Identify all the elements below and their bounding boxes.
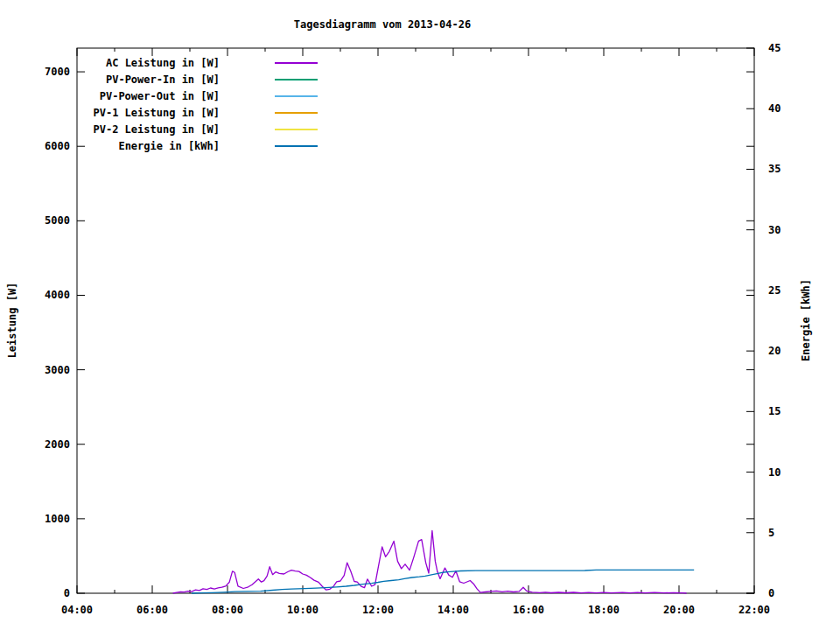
legend-line-sample — [275, 79, 318, 80]
legend-label: PV-1 Leistung in [W] — [52, 106, 220, 120]
legend-label: PV-2 Leistung in [W] — [52, 122, 220, 136]
y-left-tick-label: 2000 — [0, 438, 70, 452]
x-tick-label: 16:00 — [502, 603, 555, 617]
legend-line-sample — [275, 95, 318, 97]
x-tick-label: 12:00 — [352, 603, 404, 617]
x-tick-label: 08:00 — [201, 603, 254, 617]
x-tick-label: 04:00 — [51, 603, 103, 617]
legend-line-sample — [275, 145, 318, 147]
legend-label: PV-Power-Out in [W] — [52, 89, 220, 103]
y-right-tick-label: 10 — [768, 466, 830, 480]
x-tick-label: 06:00 — [126, 603, 178, 617]
legend-line-sample — [275, 62, 318, 64]
series-curve-0 — [173, 531, 687, 594]
x-tick-label: 22:00 — [728, 603, 780, 617]
y-right-tick-label: 15 — [768, 404, 830, 418]
x-tick-label: 10:00 — [276, 603, 329, 617]
legend-label: Energie in [kWh] — [52, 139, 220, 153]
y-right-tick-label: 25 — [768, 284, 830, 298]
legend-label: AC Leistung in [W] — [52, 56, 220, 70]
x-tick-label: 14:00 — [427, 603, 480, 617]
y-right-tick-label: 35 — [768, 162, 830, 176]
legend-line-sample — [275, 129, 318, 130]
y-right-tick-label: 0 — [768, 586, 830, 600]
y-right-tick-label: 20 — [768, 344, 830, 358]
y-right-tick-label: 40 — [768, 102, 830, 116]
x-tick-label: 18:00 — [578, 603, 630, 617]
chart: Tagesdiagramm vom 2013-04-26 Leistung [W… — [0, 0, 840, 630]
x-tick-label: 20:00 — [653, 603, 705, 617]
y-right-tick-label: 45 — [768, 41, 830, 55]
y-right-tick-label: 5 — [768, 526, 830, 540]
y-left-tick-label: 0 — [0, 586, 70, 600]
y-left-tick-label: 1000 — [0, 512, 70, 526]
y-left-tick-label: 4000 — [0, 288, 70, 302]
y-right-tick-label: 30 — [768, 223, 830, 237]
y-left-tick-label: 3000 — [0, 363, 70, 377]
legend-line-sample — [275, 112, 318, 114]
legend-label: PV-Power-In in [W] — [52, 73, 220, 87]
y-left-tick-label: 5000 — [0, 214, 70, 228]
